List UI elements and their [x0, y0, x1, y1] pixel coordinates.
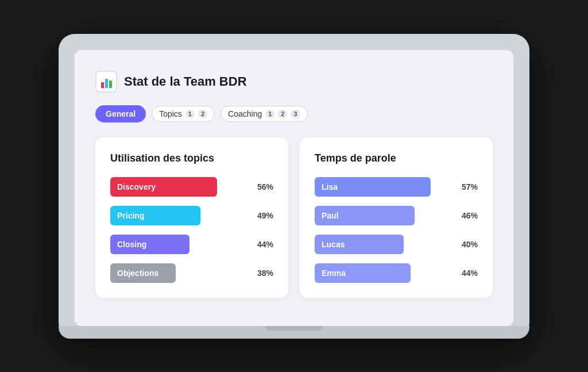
emma-bar-wrap: Emma — [315, 263, 451, 283]
tab-coaching-badge-2: 2 — [278, 110, 287, 118]
emma-bar: Emma — [315, 263, 411, 283]
tab-coaching[interactable]: Coaching 1 2 3 — [220, 106, 308, 122]
lisa-bar-wrap: Lisa — [315, 177, 451, 197]
bar-row-closing: Closing 44% — [110, 235, 273, 254]
lucas-label: Lucas — [322, 240, 345, 249]
lisa-bar: Lisa — [315, 177, 431, 197]
parole-card: Temps de parole Lisa 57% Paul — [300, 137, 493, 298]
tab-topics-badge-2: 2 — [198, 110, 207, 118]
chart-bar-3 — [109, 80, 112, 88]
cards-row: Utilisation des topics Discovery 56% Pri… — [95, 137, 493, 298]
bar-row-paul: Paul 46% — [315, 206, 478, 225]
tab-coaching-badge-3: 3 — [291, 110, 300, 118]
bar-row-lisa: Lisa 57% — [315, 177, 478, 197]
objections-bar-wrap: Objections — [110, 263, 247, 283]
discovery-bar: Discovery — [110, 177, 217, 197]
tab-topics-badge-1: 1 — [185, 110, 195, 118]
lucas-bar-wrap: Lucas — [315, 235, 451, 254]
tab-general[interactable]: General — [95, 105, 146, 122]
objections-label: Objections — [117, 269, 158, 278]
bar-row-objections: Objections 38% — [110, 263, 273, 283]
pricing-pct: 49% — [253, 211, 273, 220]
closing-pct: 44% — [253, 240, 273, 249]
parole-card-title: Temps de parole — [315, 152, 478, 164]
paul-bar-wrap: Paul — [315, 206, 451, 225]
chart-bar-2 — [105, 79, 108, 88]
chart-bar-1 — [101, 82, 104, 88]
discovery-label: Discovery — [117, 182, 156, 191]
tab-coaching-label: Coaching — [228, 109, 262, 118]
topics-card-title: Utilisation des topics — [110, 152, 273, 164]
emma-label: Emma — [322, 269, 346, 278]
tab-topics[interactable]: Topics 1 2 — [152, 106, 215, 122]
paul-bar: Paul — [315, 206, 415, 225]
closing-bar-wrap: Closing — [110, 235, 247, 254]
paul-label: Paul — [322, 211, 339, 220]
lisa-label: Lisa — [322, 182, 338, 191]
bar-row-lucas: Lucas 40% — [315, 235, 478, 254]
page-title: Stat de la Team BDR — [124, 74, 247, 89]
laptop-frame: Stat de la Team BDR General Topics 1 2 C… — [59, 34, 529, 339]
tab-bar: General Topics 1 2 Coaching 1 2 3 — [95, 105, 493, 122]
emma-pct: 44% — [457, 269, 478, 278]
lucas-pct: 40% — [457, 240, 478, 249]
pricing-bar: Pricing — [110, 206, 200, 225]
app-icon — [95, 71, 117, 93]
bar-row-discovery: Discovery 56% — [110, 177, 273, 197]
discovery-bar-wrap: Discovery — [110, 177, 247, 197]
tab-topics-label: Topics — [159, 109, 182, 118]
bar-chart-icon — [101, 75, 112, 88]
bar-row-emma: Emma 44% — [315, 263, 478, 283]
lucas-bar: Lucas — [315, 235, 404, 254]
pricing-bar-wrap: Pricing — [110, 206, 247, 225]
pricing-label: Pricing — [117, 211, 144, 220]
tab-coaching-badge-1: 1 — [265, 110, 274, 118]
header: Stat de la Team BDR — [95, 71, 493, 93]
objections-pct: 38% — [253, 269, 273, 278]
objections-bar: Objections — [110, 263, 176, 283]
discovery-pct: 56% — [253, 182, 273, 191]
bar-row-pricing: Pricing 49% — [110, 206, 273, 225]
closing-label: Closing — [117, 240, 146, 249]
closing-bar: Closing — [110, 235, 189, 254]
paul-pct: 46% — [457, 211, 478, 220]
topics-card: Utilisation des topics Discovery 56% Pri… — [95, 137, 288, 298]
screen: Stat de la Team BDR General Topics 1 2 C… — [75, 50, 513, 326]
laptop-base — [59, 326, 529, 339]
lisa-pct: 57% — [457, 182, 478, 191]
